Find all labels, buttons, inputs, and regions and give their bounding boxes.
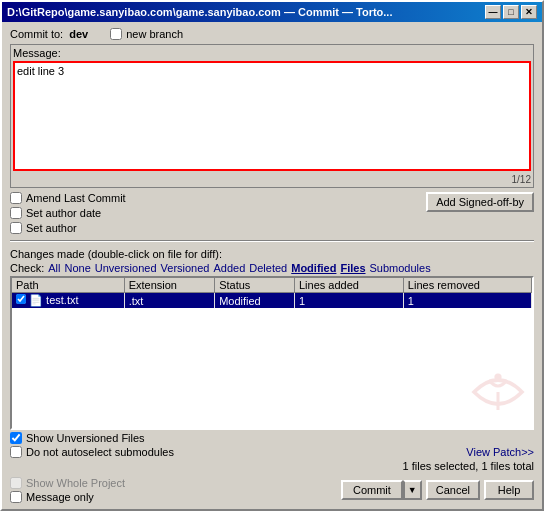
file-checkbox-cell[interactable]: 📄 test.txt xyxy=(12,293,124,309)
window-title: D:\GitRepo\game.sanyibao.com\game.sanyib… xyxy=(7,6,392,18)
view-patch-link[interactable]: View Patch>> xyxy=(466,446,534,458)
changes-section: Changes made (double-click on file for d… xyxy=(10,248,534,503)
set-author-label: Set author xyxy=(26,222,77,234)
filter-submodules[interactable]: Submodules xyxy=(370,262,431,274)
new-branch-row: new branch xyxy=(110,28,183,40)
message-group: Message: edit line 3 1/12 xyxy=(10,44,534,188)
col-path: Path xyxy=(12,278,124,293)
commit-to-row: Commit to: dev new branch xyxy=(10,28,534,40)
message-textarea[interactable]: edit line 3 xyxy=(13,61,531,171)
separator xyxy=(10,240,534,242)
title-bar-buttons: — □ ✕ xyxy=(485,5,537,19)
new-branch-checkbox[interactable] xyxy=(110,28,122,40)
set-author-date-label: Set author date xyxy=(26,207,101,219)
do-not-autoselect-row: Do not autoselect submodules xyxy=(10,446,174,458)
message-only-checkbox[interactable] xyxy=(10,491,22,503)
action-buttons-row: Show Whole Project Message only Commit ▼… xyxy=(10,477,534,503)
filter-deleted[interactable]: Deleted xyxy=(249,262,287,274)
col-extension: Extension xyxy=(124,278,214,293)
files-count: 1 files selected, 1 files total xyxy=(403,460,534,472)
do-not-autoselect-label: Do not autoselect submodules xyxy=(26,446,174,458)
file-extension: .txt xyxy=(124,293,214,309)
amend-last-commit-row: Amend Last Commit xyxy=(10,192,126,204)
files-table: Path Extension Status Lines added Lines … xyxy=(12,278,532,308)
filter-modified[interactable]: Modified xyxy=(291,262,336,274)
amend-last-commit-label: Amend Last Commit xyxy=(26,192,126,204)
main-window: D:\GitRepo\game.sanyibao.com\game.sanyib… xyxy=(0,0,544,511)
svg-point-0 xyxy=(494,373,501,380)
message-only-row: Message only xyxy=(10,491,125,503)
filter-versioned[interactable]: Versioned xyxy=(161,262,210,274)
title-bar: D:\GitRepo\game.sanyibao.com\game.sanyib… xyxy=(2,2,542,22)
show-unversioned-row: Show Unversioned Files xyxy=(10,432,174,444)
col-lines-removed: Lines removed xyxy=(403,278,531,293)
col-lines-added: Lines added xyxy=(294,278,403,293)
bottom-options-row: Show Unversioned Files Do not autoselect… xyxy=(10,432,534,458)
action-buttons-right: Commit ▼ Cancel Help xyxy=(341,480,534,500)
commit-to-label: Commit to: xyxy=(10,28,63,40)
set-author-checkbox[interactable] xyxy=(10,222,22,234)
file-icon: 📄 xyxy=(29,294,43,306)
commit-button[interactable]: Commit xyxy=(341,480,403,500)
watermark xyxy=(468,362,528,424)
set-author-row: Set author xyxy=(10,222,126,234)
add-signed-off-by-button[interactable]: Add Signed-off-by xyxy=(426,192,534,212)
bottom-section: Show Unversioned Files Do not autoselect… xyxy=(10,430,534,503)
set-author-date-row: Set author date xyxy=(10,207,126,219)
show-whole-project-label: Show Whole Project xyxy=(26,477,125,489)
filter-added[interactable]: Added xyxy=(213,262,245,274)
set-author-date-checkbox[interactable] xyxy=(10,207,22,219)
filter-row: Check: All None Unversioned Versioned Ad… xyxy=(10,262,534,274)
message-legend: Message: xyxy=(13,47,531,59)
file-lines-added: 1 xyxy=(294,293,403,309)
check-label: Check: xyxy=(10,262,44,274)
maximize-button[interactable]: □ xyxy=(503,5,519,19)
cancel-button[interactable]: Cancel xyxy=(426,480,480,500)
filter-all[interactable]: All xyxy=(48,262,60,274)
table-row[interactable]: 📄 test.txt .txt Modified 1 1 xyxy=(12,293,532,309)
filter-files[interactable]: Files xyxy=(340,262,365,274)
file-status: Modified xyxy=(215,293,295,309)
filter-unversioned[interactable]: Unversioned xyxy=(95,262,157,274)
show-unversioned-label: Show Unversioned Files xyxy=(26,432,145,444)
checkboxes-section: Amend Last Commit Set author date Set au… xyxy=(10,192,126,234)
commit-button-wrapper: Commit ▼ xyxy=(341,480,422,500)
changes-header: Changes made (double-click on file for d… xyxy=(10,248,534,260)
bottom-left: Show Unversioned Files Do not autoselect… xyxy=(10,432,174,458)
message-only-label: Message only xyxy=(26,491,94,503)
file-checkbox[interactable] xyxy=(16,294,26,304)
filter-none[interactable]: None xyxy=(64,262,90,274)
show-unversioned-checkbox[interactable] xyxy=(10,432,22,444)
content-area: Commit to: dev new branch Message: edit … xyxy=(2,22,542,509)
show-whole-project-row: Show Whole Project xyxy=(10,477,125,489)
commit-to-value: dev xyxy=(69,28,88,40)
show-whole-project-checkbox[interactable] xyxy=(10,477,22,489)
amend-last-commit-checkbox[interactable] xyxy=(10,192,22,204)
minimize-button[interactable]: — xyxy=(485,5,501,19)
help-button[interactable]: Help xyxy=(484,480,534,500)
commit-dropdown-button[interactable]: ▼ xyxy=(403,480,422,500)
file-lines-removed: 1 xyxy=(403,293,531,309)
new-branch-label: new branch xyxy=(126,28,183,40)
do-not-autoselect-checkbox[interactable] xyxy=(10,446,22,458)
close-button[interactable]: ✕ xyxy=(521,5,537,19)
col-status: Status xyxy=(215,278,295,293)
files-table-container: Path Extension Status Lines added Lines … xyxy=(10,276,534,430)
message-counter: 1/12 xyxy=(512,174,531,185)
files-count-row: 1 files selected, 1 files total xyxy=(10,460,534,472)
